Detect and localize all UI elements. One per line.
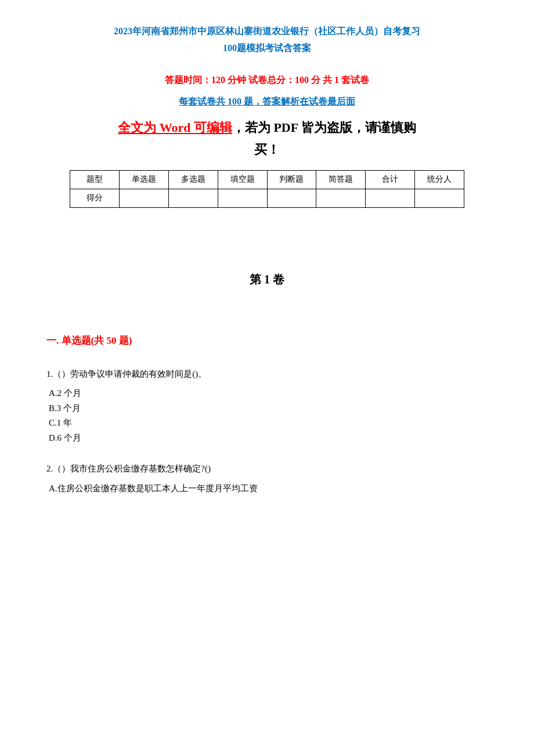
table-score-single: [119, 189, 168, 207]
section-title: 一. 单选题(共 50 题): [46, 334, 488, 347]
table-score-label: 得分: [70, 189, 120, 207]
highlight-line: 每套试卷共 100 题，答案解析在试卷最后面: [46, 96, 488, 108]
table-score-row: 得分: [70, 189, 464, 207]
spacer2: [46, 361, 488, 367]
spacer3: [46, 456, 488, 462]
title-line1: 2023年河南省郑州市中原区林山寨街道农业银行（社区工作人员）自考复习: [46, 23, 488, 40]
table-header-short: 简答题: [316, 170, 366, 189]
question-1: 1.（）劳动争议申请仲裁的有效时间是()。 A.2 个月 B.3 个月 C.1 …: [46, 367, 488, 446]
table-header-single: 单选题: [119, 170, 168, 189]
volume-title: 第 1 卷: [46, 272, 488, 287]
spacer: [46, 311, 488, 334]
question-1-optionA: A.2 个月: [49, 386, 488, 401]
question-1-optionC: C.1 年: [49, 416, 488, 431]
table-score-total: [366, 189, 415, 207]
question-2-text: 2.（）我市住房公积金缴存基数怎样确定?(): [46, 462, 488, 477]
title-line2: 100题模拟考试含答案: [46, 40, 488, 57]
divider-space: [46, 225, 488, 260]
word-editable-part2: ，若为 PDF 皆为盗版，请谨慎购: [232, 120, 416, 135]
title-block: 2023年河南省郑州市中原区林山寨街道农业银行（社区工作人员）自考复习 100题…: [46, 23, 488, 57]
table-score-scorer: [415, 189, 464, 207]
word-editable-line: 全文为 Word 可编辑，若为 PDF 皆为盗版，请谨慎购: [118, 120, 416, 135]
question-2-optionA: A.住房公积金缴存基数是职工本人上一年度月平均工资: [49, 481, 488, 496]
score-table-container: 题型 单选题 多选题 填空题 判断题 简答题 合计 统分人 得分: [46, 170, 488, 208]
table-score-fill: [218, 189, 267, 207]
table-header-total: 合计: [366, 170, 415, 189]
word-editable-part1: 全文为 Word 可编辑: [118, 120, 232, 135]
table-score-multi: [168, 189, 218, 207]
table-header-row: 题型 单选题 多选题 填空题 判断题 简答题 合计 统分人: [70, 170, 464, 189]
table-header-multi: 多选题: [168, 170, 218, 189]
table-header-judge: 判断题: [267, 170, 316, 189]
question-1-optionB: B.3 个月: [49, 401, 488, 416]
answer-info: 答题时间：120 分钟 试卷总分：100 分 共 1 套试卷: [46, 74, 488, 87]
question-2: 2.（）我市住房公积金缴存基数怎样确定?() A.住房公积金缴存基数是职工本人上…: [46, 462, 488, 496]
question-1-optionD: D.6 个月: [49, 431, 488, 446]
word-editable-part3: 买！: [46, 141, 488, 159]
table-header-type: 题型: [70, 170, 120, 189]
table-header-fill: 填空题: [218, 170, 267, 189]
table-header-scorer: 统分人: [415, 170, 464, 189]
question-1-text: 1.（）劳动争议申请仲裁的有效时间是()。: [46, 367, 488, 382]
table-score-judge: [267, 189, 316, 207]
score-table: 题型 单选题 多选题 填空题 判断题 简答题 合计 统分人 得分: [70, 170, 464, 208]
table-score-short: [316, 189, 366, 207]
